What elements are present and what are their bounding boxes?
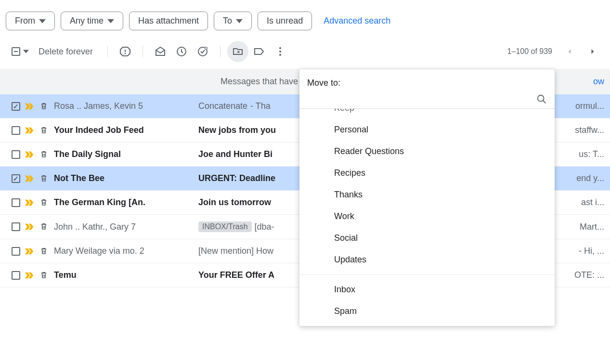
label-chip: INBOX/Trash [198,221,252,232]
filter-anytime[interactable]: Any time [61,12,123,30]
add-to-tasks-button[interactable] [192,41,213,62]
filter-to[interactable]: To [214,12,252,30]
toolbar: Delete forever 1–100 of 939 [0,41,610,69]
importance-icon [25,175,34,182]
row-checkbox[interactable] [12,247,20,256]
importance-marker[interactable] [25,103,35,110]
subject: [New mention] How [198,246,273,256]
importance-marker[interactable] [25,175,35,182]
row-checkbox[interactable] [12,271,20,280]
report-spam-button[interactable] [115,41,136,62]
checkbox-box [12,47,20,56]
snooze-button[interactable] [171,41,192,62]
importance-marker[interactable] [25,248,35,255]
filter-unread-label: Is unread [267,16,303,26]
delete-forever-button[interactable]: Delete forever [39,47,93,57]
move-to-button[interactable] [227,41,248,62]
search-icon [536,94,547,104]
mail-open-icon [155,46,166,57]
more-button[interactable] [270,41,291,62]
importance-marker[interactable] [25,199,35,206]
filter-to-label: To [223,16,232,26]
move-to-icon [232,46,244,57]
labels-button[interactable] [248,41,270,62]
chevron-down-icon [23,49,29,54]
trash-icon [39,102,49,111]
svg-line-9 [543,101,546,104]
row-checkbox[interactable] [12,150,20,159]
pagination-info: 1–100 of 939 [507,47,552,56]
importance-marker[interactable] [25,127,35,134]
advanced-search-link[interactable]: Advanced search [324,16,390,26]
chevron-right-icon [588,47,597,56]
empty-trash-link[interactable]: ow [593,77,604,87]
dropdown-title: Move to: [299,69,555,92]
row-checkbox[interactable] [12,222,20,231]
subject: Your FREE Offer A [198,270,274,280]
dropdown-item[interactable]: Spam [299,300,555,322]
mark-read-button[interactable] [150,41,171,62]
filter-unread[interactable]: Is unread [258,12,312,30]
subject: Joe and Hunter Bi [198,149,273,159]
dropdown-item[interactable]: Social [299,227,555,249]
filter-bar: From Any time Has attachment To Is unrea… [0,0,610,41]
chevron-down-icon [236,18,243,25]
dropdown-item[interactable]: Work [299,206,555,227]
sender: The German King [An. [54,197,194,208]
importance-icon [25,248,34,255]
svg-point-5 [279,47,281,49]
row-checkbox[interactable] [12,126,20,135]
trash-icon [39,247,49,256]
snippet: - Tha [250,101,271,111]
dropdown-search-input[interactable] [307,95,536,104]
label-icon [253,46,265,57]
row-checkbox[interactable] [12,174,20,183]
move-to-dropdown: Move to: KeepPersonalReader QuestionsRec… [299,69,555,326]
subject: Concatenate [198,101,247,111]
trash-icon [39,198,49,208]
filter-from[interactable]: From [6,12,55,30]
importance-icon [25,223,34,230]
chevron-down-icon [39,18,46,25]
row-checkbox[interactable] [12,102,20,111]
snippet-trailing: us: T... [579,149,604,159]
dropdown-item[interactable]: Inbox [299,279,555,300]
spam-icon [119,46,131,57]
thread-count: 7 [129,222,136,232]
thread-count: 5 [136,101,143,111]
dropdown-item[interactable]: Keep [299,109,555,119]
snippet-trailing: staffw... [575,125,604,135]
next-page-button[interactable] [583,42,602,61]
snippet-trailing: ormul... [575,101,604,111]
filter-attachment[interactable]: Has attachment [129,12,208,30]
filter-from-label: From [15,16,35,26]
dropdown-list: KeepPersonalReader QuestionsRecipesThank… [299,109,555,322]
importance-marker[interactable] [25,223,35,230]
dropdown-item[interactable]: Thanks [299,184,555,206]
prev-page-button[interactable] [560,42,579,61]
separator [143,46,143,57]
dropdown-item[interactable]: Personal [299,119,555,141]
importance-marker[interactable] [25,151,35,158]
chevron-down-icon [107,18,114,25]
svg-point-6 [279,51,281,52]
trash-icon [39,222,49,232]
task-add-icon [197,46,208,57]
trash-icon [39,150,49,159]
sender: Rosa .. James, Kevin 5 [54,101,194,111]
snippet-trailing: Mart... [580,222,604,232]
separator [220,46,221,57]
select-all-checkbox[interactable] [12,47,29,56]
importance-marker[interactable] [25,272,35,279]
toolbar-right: 1–100 of 939 [507,42,602,61]
sender: Temu [54,270,194,280]
row-checkbox[interactable] [12,198,20,207]
filter-anytime-label: Any time [70,16,104,26]
importance-icon [25,127,34,134]
dropdown-item[interactable]: Recipes [299,162,555,184]
svg-point-7 [279,54,281,56]
dropdown-item[interactable]: Updates [299,249,555,271]
dropdown-item[interactable]: Reader Questions [299,141,555,162]
trash-icon [39,126,49,135]
dropdown-separator [299,274,555,275]
